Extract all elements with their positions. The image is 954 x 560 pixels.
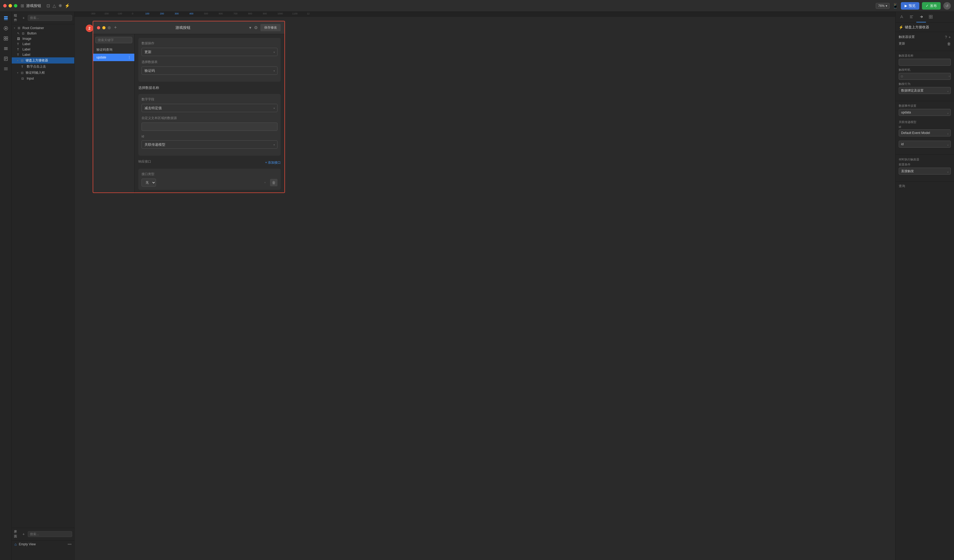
svg-rect-21 [910, 18, 913, 18]
id-right-select[interactable]: id [899, 141, 951, 148]
tree-item-digit-click[interactable]: T 数字点击上去 [12, 64, 74, 70]
plugin-icon[interactable]: ⚡ [65, 3, 70, 8]
data-operations-section: 数据操作 更新 ▾ [138, 38, 281, 82]
preview-button[interactable]: ▶ 预览 [901, 2, 919, 9]
copy-icon[interactable]: ⊡ [47, 3, 50, 8]
tree-item-verify-input[interactable]: ▾ ⊟ 验证码输入框 [12, 70, 74, 76]
modal-search-input[interactable] [95, 37, 132, 43]
component-icon[interactable]: ❋ [59, 3, 62, 8]
numeric-field-select[interactable]: 减去特定值 [142, 104, 277, 112]
delete-interface-button[interactable]: 🗑 [270, 179, 277, 186]
tree-item-button[interactable]: ↖ ⊡ Button [12, 31, 74, 36]
device-icon[interactable]: 📱 [892, 3, 898, 9]
default-event-model-select[interactable]: Default Event Model [899, 129, 951, 136]
svg-rect-6 [6, 37, 8, 38]
id-title: id [142, 135, 277, 138]
tree-item-label: Label [22, 53, 30, 57]
maximize-button[interactable] [14, 4, 17, 8]
ruler-mark: 1100 [292, 12, 298, 15]
modal-save-button[interactable]: 保存修改 [260, 24, 281, 31]
group-icon: ⊟ [21, 71, 25, 75]
add-component-button[interactable]: + [21, 15, 26, 21]
modal-min[interactable] [102, 26, 106, 30]
zoom-selector[interactable]: 76% ▾ [876, 3, 890, 9]
interface-type-select[interactable]: 无 [142, 179, 156, 187]
tree-item-image[interactable]: 🖼 Image [12, 36, 74, 41]
empty-view-item[interactable]: ⌂ Empty View ••• [12, 541, 74, 548]
canvas-area: 2 + 游戏按钮 ▾ ⚙ 保存修改 [80, 17, 895, 560]
shape-icon[interactable]: △ [53, 3, 56, 8]
ruler-mark: 400 [189, 12, 193, 15]
modal-settings-icon[interactable]: ⚙ [254, 25, 258, 30]
left-panel: 组件 + ▾ ⊞ Root Container ↖ ⊡ Button [12, 12, 75, 560]
minimize-button[interactable] [9, 4, 12, 8]
svg-rect-11 [4, 50, 8, 50]
id-right-wrapper: id ▾ [899, 141, 951, 150]
tree-item-keyboard-receiver[interactable]: ▾ ⊟ 键盘上方接收器 [12, 58, 74, 64]
icon-bar-assets[interactable] [2, 24, 10, 33]
zoom-value: 76% [878, 4, 885, 8]
right-panel: ⚡ 键盘上方接收器 触发器设置 ? + 更新 🗑 触发器名称 更新 触发时机 [895, 12, 954, 560]
tree-item-input[interactable]: ⊡ Input [12, 76, 74, 81]
publish-button[interactable]: ✓ 发布 [922, 2, 941, 9]
ruler-mark: 0 [132, 12, 133, 15]
tree-item-label3[interactable]: T Label [12, 52, 74, 58]
add-trigger-button[interactable]: ? [945, 35, 947, 39]
ruler-mark: 500 [204, 12, 208, 15]
button-type-icon: ⊡ [22, 32, 26, 35]
modal-close[interactable] [97, 26, 100, 30]
select-table-title: 选择数据表 [142, 60, 277, 64]
fields-section: 数字字段 减去特定值 ▾ 自定义文本区域的数据源 [138, 94, 281, 156]
timing-arrow: ▾ [947, 74, 952, 79]
precondition-select[interactable]: 直接触发 [899, 168, 951, 174]
icon-bar-data[interactable] [2, 44, 10, 53]
default-event-model-wrapper: Default Event Model ▾ [899, 129, 951, 138]
modal-sidebar-item-update[interactable]: update ⋮ [93, 54, 134, 61]
tree-item-label: Button [27, 31, 37, 35]
scenes-search[interactable] [28, 531, 72, 537]
tree-item-label1[interactable]: T Label [12, 41, 74, 47]
sidebar-item-dots[interactable]: ⋮ [128, 55, 131, 59]
data-operation-select[interactable]: 更新 [142, 48, 277, 56]
delete-trigger-icon[interactable]: 🗑 [947, 42, 951, 46]
modal-sidebar-item-verify[interactable]: 验证码查询 [93, 46, 134, 54]
tree-item-root[interactable]: ▾ ⊞ Root Container [12, 25, 74, 31]
trigger-action-select[interactable]: 数据绑定及设置 [899, 87, 951, 94]
tab-paint[interactable] [897, 12, 907, 22]
tree-item-label2[interactable]: T Label [12, 47, 74, 52]
table-select[interactable]: 验证码 [142, 67, 277, 75]
data-operation-select-wrapper: 更新 ▾ [142, 48, 277, 56]
trigger-timing-input[interactable]: 无 [905, 73, 947, 79]
input-type-icon: ⊡ [21, 77, 26, 80]
add-trigger-plus[interactable]: + [949, 35, 951, 39]
icon-bar-components[interactable] [2, 34, 10, 43]
component-search[interactable] [28, 15, 72, 21]
icon-bar-layers[interactable] [2, 14, 10, 22]
modal-max[interactable] [108, 26, 111, 30]
modal-dropdown-icon[interactable]: ▾ [249, 25, 251, 30]
scenes-section: 界面 + ⌂ Empty View ••• [12, 528, 74, 560]
svg-rect-15 [5, 59, 6, 60]
svg-rect-23 [931, 15, 932, 17]
data-event-select[interactable]: updata [899, 109, 951, 116]
right-panel-header: ⚡ 键盘上方接收器 [895, 23, 954, 32]
add-interface-button[interactable]: + 添加接口 [265, 160, 281, 165]
trigger-name-input[interactable]: 更新 [899, 59, 951, 66]
tab-align[interactable] [907, 12, 917, 22]
tab-component[interactable] [926, 12, 935, 22]
icon-bar-pages[interactable] [2, 54, 10, 63]
custom-data-input[interactable]: 56 [142, 123, 277, 131]
close-button[interactable] [3, 4, 7, 8]
svg-rect-9 [4, 47, 8, 48]
icon-bar-settings[interactable] [2, 65, 10, 73]
svg-rect-14 [5, 58, 7, 59]
id-select[interactable]: 关联传递模型 [142, 140, 277, 149]
add-scene-button[interactable]: + [21, 531, 26, 537]
svg-rect-20 [910, 17, 912, 17]
tab-trigger[interactable] [917, 12, 926, 22]
user-avatar[interactable]: ↺ [943, 2, 951, 9]
empty-view-options[interactable]: ••• [67, 542, 72, 546]
modal-add-icon[interactable]: + [114, 25, 117, 30]
trigger-timing-label: 触发时机 [899, 68, 951, 72]
trigger-action-wrapper: 数据绑定及设置 ▾ [899, 87, 951, 96]
